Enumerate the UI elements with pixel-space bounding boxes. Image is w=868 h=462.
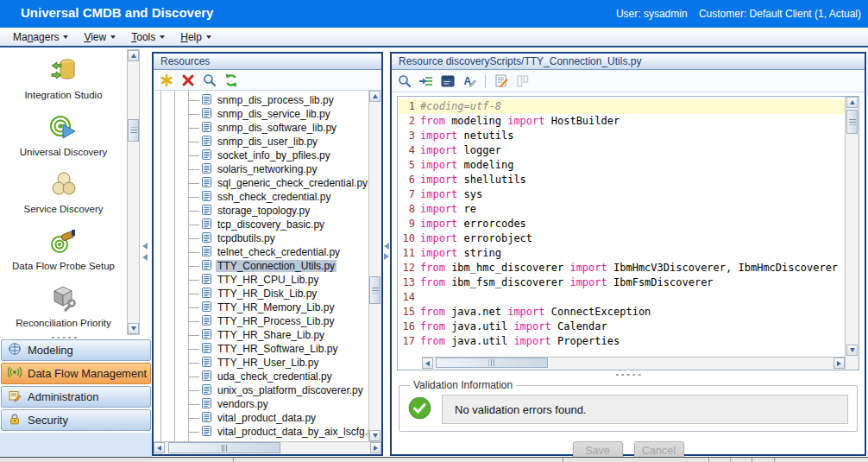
tree-item[interactable]: TTY_HR_Disk_Lib.py bbox=[154, 287, 368, 301]
tree-item[interactable]: snmp_dis_software_lib.py bbox=[154, 121, 368, 135]
script-file-icon bbox=[201, 425, 216, 439]
code-line[interactable]: 3import netutils bbox=[398, 129, 845, 143]
file-name-label: snmp_dis_process_lib.py bbox=[216, 94, 336, 106]
scroll-up-arrow[interactable] bbox=[369, 91, 381, 102]
tree-item[interactable]: vital_product_data.py bbox=[154, 411, 368, 425]
module-universal-discovery[interactable]: Universal Discovery bbox=[0, 113, 127, 170]
tree-item[interactable]: TTY_HR_Process_Lib.py bbox=[154, 314, 368, 328]
code-text: import netutils bbox=[420, 129, 513, 143]
menu-help[interactable]: Help bbox=[173, 29, 219, 45]
tree-item[interactable]: unix_os_platform_discoverer.py bbox=[154, 383, 368, 397]
file-name-label: snmp_dis_service_lib.py bbox=[216, 108, 332, 120]
code-line[interactable]: 13from ibm_fsm_discoverer import IbmFsmD… bbox=[398, 275, 845, 290]
editor-validation-splitter[interactable] bbox=[392, 370, 865, 379]
accordion-security[interactable]: Security bbox=[1, 409, 151, 431]
accordion-modeling[interactable]: Modeling bbox=[1, 339, 151, 361]
accordion-data-flow-management[interactable]: Data Flow Management bbox=[1, 363, 151, 384]
code-line[interactable]: 8import re bbox=[398, 202, 845, 217]
accordion-administration[interactable]: Administration bbox=[1, 386, 151, 408]
tree-horizontal-scrollbar[interactable] bbox=[154, 441, 381, 454]
tree-item[interactable]: TTY_HR_Share_Lib.py bbox=[154, 328, 368, 342]
search-icon[interactable] bbox=[201, 72, 218, 89]
code-line[interactable]: 5import modeling bbox=[398, 158, 845, 173]
tree-item[interactable]: TTY_HR_CPU_Lib.py bbox=[154, 273, 368, 287]
scroll-right-arrow[interactable] bbox=[370, 442, 381, 453]
external-editor-icon[interactable] bbox=[493, 73, 510, 90]
tree-item[interactable]: vital_product_data_by_aix_lscfg.py bbox=[154, 425, 368, 439]
module-reconciliation-priority[interactable]: Reconciliation Priority bbox=[0, 284, 127, 335]
module-data-flow-probe-setup[interactable]: Data Flow Probe Setup bbox=[0, 227, 127, 284]
tree-item[interactable]: TTY_HR_Memory_Lib.py bbox=[154, 301, 368, 314]
tree-item[interactable]: snmp_dis_user_lib.py bbox=[154, 135, 368, 149]
code-line[interactable]: 14 bbox=[398, 290, 845, 305]
app-banner: Universal CMDB and Discovery User: sysad… bbox=[0, 0, 868, 28]
code-line[interactable]: 15from java.net import ConnectException bbox=[398, 305, 845, 320]
delete-resource-icon[interactable] bbox=[179, 72, 197, 89]
tree-item[interactable]: snmp_dis_process_lib.py bbox=[154, 93, 368, 107]
tree-item[interactable]: TTY_Connection_Utils.py bbox=[154, 259, 368, 273]
script-file-icon bbox=[201, 342, 216, 356]
menu-tools[interactable]: Tools bbox=[123, 29, 173, 45]
editor-vertical-scrollbar[interactable] bbox=[845, 97, 859, 370]
tree-item[interactable]: vendors.py bbox=[154, 397, 368, 411]
code-line[interactable]: 6import shellutils bbox=[398, 173, 845, 187]
tree-item[interactable]: tcpdbutils.py bbox=[154, 231, 368, 245]
module-panel-scrollbar[interactable] bbox=[127, 49, 140, 335]
scroll-up-arrow[interactable] bbox=[128, 50, 139, 61]
scroll-down-arrow[interactable] bbox=[128, 323, 139, 334]
scrollbar-thumb[interactable] bbox=[168, 442, 280, 453]
scrollbar-thumb[interactable] bbox=[369, 276, 381, 304]
new-resource-icon[interactable] bbox=[158, 72, 175, 89]
scroll-left-arrow[interactable] bbox=[154, 442, 165, 453]
code-line[interactable]: 4import logger bbox=[398, 143, 845, 158]
code-line[interactable]: 1#coding=utf-8 bbox=[398, 99, 845, 114]
tree-branch-connector bbox=[188, 100, 199, 101]
module-service-discovery[interactable]: Service Discovery bbox=[0, 170, 127, 227]
menu-view[interactable]: View bbox=[76, 29, 123, 45]
tree-item[interactable]: tcp_discovery_basic.py bbox=[154, 218, 368, 231]
code-line[interactable]: 9import errorcodes bbox=[398, 217, 845, 231]
code-line[interactable]: 12from ibm_hmc_discoverer import IbmHmcV… bbox=[398, 261, 845, 275]
tree-item[interactable]: snmp_dis_service_lib.py bbox=[154, 107, 368, 121]
editor-horizontal-scrollbar[interactable] bbox=[422, 357, 845, 370]
line-number: 3 bbox=[398, 129, 420, 143]
module-accordion-splitter[interactable] bbox=[50, 336, 78, 339]
code-line[interactable]: 10import errorobject bbox=[398, 231, 845, 246]
script-file-icon bbox=[201, 314, 216, 328]
scroll-down-arrow[interactable] bbox=[369, 430, 381, 441]
code-line[interactable]: 7import sys bbox=[398, 187, 845, 202]
scroll-left-arrow[interactable] bbox=[422, 358, 433, 369]
goto-line-icon[interactable] bbox=[418, 73, 435, 90]
find-icon[interactable] bbox=[396, 73, 413, 90]
code-line[interactable]: 11import string bbox=[398, 246, 845, 261]
console-window-icon[interactable] bbox=[439, 73, 456, 90]
code-line[interactable]: 2from modeling import HostBuilder bbox=[398, 114, 845, 129]
tree-item[interactable]: TTY_HR_User_Lib.py bbox=[154, 356, 368, 370]
scrollbar-thumb[interactable] bbox=[128, 119, 139, 142]
center-splitter-collapse[interactable] bbox=[384, 243, 389, 260]
tree-item[interactable]: sql_generic_check_credential.py bbox=[154, 176, 368, 190]
scrollbar-thumb[interactable] bbox=[436, 358, 548, 368]
scroll-down-arrow[interactable] bbox=[846, 345, 858, 356]
menu-managers[interactable]: Managers bbox=[5, 29, 76, 45]
refresh-icon[interactable] bbox=[223, 72, 240, 89]
scroll-up-arrow[interactable] bbox=[846, 97, 858, 108]
code-line[interactable]: 16from java.util import Calendar bbox=[398, 320, 845, 334]
tree-branch-connector bbox=[188, 211, 199, 212]
tree-item[interactable]: solaris_networking.py bbox=[154, 162, 368, 176]
tree-item[interactable]: TTY_HR_Software_Lib.py bbox=[154, 342, 368, 356]
structure-icon[interactable] bbox=[514, 73, 531, 90]
module-integration-studio[interactable]: Integration Studio bbox=[0, 56, 127, 113]
tree-item[interactable]: telnet_check_credential.py bbox=[154, 245, 368, 259]
tree-item[interactable]: storage_topology.py bbox=[154, 204, 368, 218]
tree-vertical-scrollbar[interactable] bbox=[368, 91, 381, 441]
left-splitter-collapse[interactable] bbox=[142, 243, 148, 261]
edit-as-text-icon[interactable]: A bbox=[461, 73, 478, 90]
tree-item[interactable]: uda_check_credential.py bbox=[154, 370, 368, 383]
code-editor[interactable]: 1#coding=utf-82from modeling import Host… bbox=[397, 96, 859, 370]
tree-item[interactable]: socket_info_by_pfiles.py bbox=[154, 149, 368, 162]
code-line[interactable]: 17from java.util import Properties bbox=[398, 334, 845, 349]
scroll-right-arrow[interactable] bbox=[833, 358, 845, 369]
tree-item[interactable]: ssh_check_credential.py bbox=[154, 190, 368, 204]
scrollbar-thumb[interactable] bbox=[846, 110, 858, 134]
